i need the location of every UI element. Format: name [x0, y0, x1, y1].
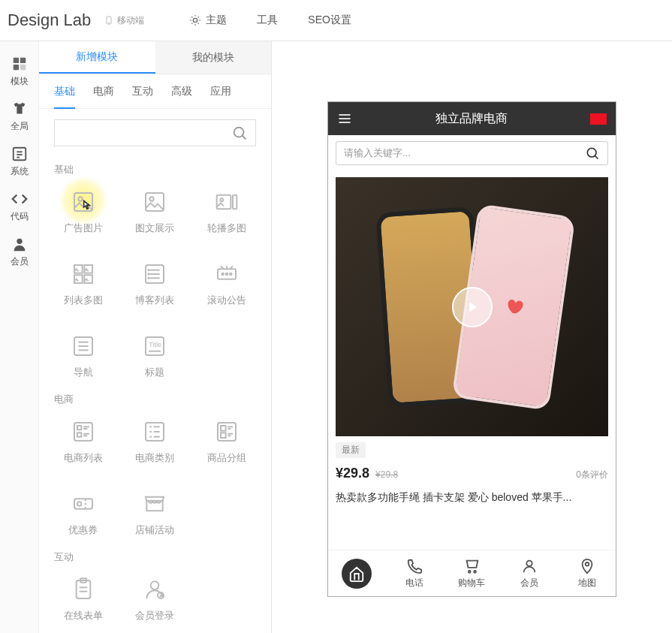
tab-add-module[interactable]: 新增模块 — [39, 41, 155, 74]
rail-system[interactable]: 系统 — [0, 139, 38, 184]
module-nav[interactable]: 导航 — [54, 334, 113, 379]
image-icon — [143, 190, 167, 214]
tab-my-modules[interactable]: 我的模块 — [155, 41, 272, 74]
grid-images-icon — [71, 262, 95, 286]
svg-point-76 — [587, 148, 596, 157]
svg-point-30 — [149, 273, 149, 274]
svg-line-13 — [243, 136, 246, 140]
code-icon — [11, 191, 28, 207]
cat-basic[interactable]: 基础 — [54, 85, 75, 109]
svg-point-29 — [149, 270, 149, 270]
section-ecom: 电商 — [54, 387, 256, 420]
module-blog-list[interactable]: 博客列表 — [126, 262, 185, 307]
product-title: 热卖款多功能手绳 插卡支架 爱心 beloved 苹果手... — [336, 490, 608, 505]
module-title[interactable]: Title 标题 — [126, 334, 185, 379]
module-ecom-list[interactable]: 电商列表 — [54, 420, 113, 465]
site-title: 独立品牌电商 — [352, 111, 590, 127]
svg-rect-3 — [13, 57, 18, 62]
module-ecom-category[interactable]: 电商类别 — [126, 420, 185, 465]
search-input[interactable] — [62, 128, 231, 139]
tabbar-map[interactable]: 地图 — [558, 550, 616, 596]
module-online-form[interactable]: 在线表单 — [54, 577, 113, 622]
svg-point-2 — [194, 18, 197, 22]
cat-app[interactable]: 应用 — [210, 85, 231, 108]
tabbar-cart[interactable]: 购物车 — [443, 550, 501, 596]
svg-rect-5 — [13, 64, 18, 69]
svg-point-34 — [226, 273, 228, 276]
svg-point-31 — [149, 278, 149, 279]
module-coupon[interactable]: 优惠券 — [54, 492, 113, 537]
tabbar-member[interactable]: 会员 — [501, 550, 559, 596]
svg-rect-19 — [233, 195, 237, 209]
search-placeholder: 请输入关键字... — [344, 146, 585, 160]
preview-body: 最新 ¥29.8 ¥29.8 0条评价 热卖款多功能手绳 插卡支架 爱心 bel… — [328, 171, 616, 550]
left-rail: 模块 全局 系统 代码 会员 — [0, 41, 39, 633]
svg-point-71 — [151, 581, 159, 589]
cat-ecom[interactable]: 电商 — [93, 85, 114, 108]
module-carousel[interactable]: 轮播多图 — [197, 190, 256, 235]
nav-icon — [71, 334, 95, 358]
top-nav: 主题 工具 SEO设置 — [174, 0, 366, 41]
rail-global[interactable]: 全局 — [0, 94, 38, 139]
topnav-theme[interactable]: 主题 — [174, 0, 242, 41]
svg-rect-4 — [20, 57, 25, 62]
coupon-icon — [71, 492, 95, 516]
sun-icon — [189, 14, 201, 26]
title-icon: Title — [143, 334, 167, 358]
module-search[interactable] — [54, 119, 256, 146]
module-ad-image[interactable]: 广告图片 — [54, 190, 113, 235]
module-shop-activity[interactable]: 店铺活动 — [126, 492, 185, 537]
module-scroll-notice[interactable]: 滚动公告 — [197, 262, 256, 307]
svg-point-20 — [220, 198, 223, 201]
cursor-icon — [79, 199, 94, 214]
preview-tabbar: 电话 购物车 会员 地图 — [328, 550, 616, 596]
preview-search[interactable]: 请输入关键字... — [336, 141, 608, 165]
play-button[interactable] — [452, 287, 493, 327]
topbar: Design Lab 移动端 主题 工具 SEO设置 — [0, 0, 672, 41]
module-list[interactable]: 基础 广告图片 图文展示 轮播多图 列表多图 — [39, 157, 271, 633]
search-icon — [231, 125, 248, 141]
notice-icon — [215, 262, 239, 286]
module-product-group[interactable]: 商品分组 — [197, 420, 256, 465]
flag-icon[interactable] — [590, 113, 607, 125]
product-image[interactable] — [336, 177, 608, 436]
phone-call-icon — [406, 558, 423, 574]
svg-point-11 — [17, 238, 22, 243]
svg-marker-78 — [469, 302, 477, 312]
map-pin-icon — [579, 558, 595, 574]
svg-point-35 — [230, 273, 232, 276]
svg-rect-32 — [218, 269, 236, 279]
svg-point-17 — [150, 197, 154, 200]
rail-modules[interactable]: 模块 — [0, 49, 38, 94]
module-member-login[interactable]: 会员登录 — [126, 577, 185, 622]
rail-member[interactable]: 会员 — [0, 229, 38, 274]
module-list-images[interactable]: 列表多图 — [54, 262, 113, 307]
svg-text:Title: Title — [149, 341, 161, 348]
form-icon — [71, 577, 95, 601]
login-icon — [143, 577, 167, 601]
svg-point-79 — [469, 570, 471, 572]
tabbar-phone[interactable]: 电话 — [386, 550, 444, 596]
preview-canvas: 独立品牌电商 请输入关键字... — [272, 41, 672, 633]
module-text-image[interactable]: 图文展示 — [126, 190, 185, 235]
svg-point-81 — [526, 560, 532, 565]
menu-icon[interactable] — [337, 111, 352, 126]
svg-rect-44 — [77, 426, 81, 430]
rail-code[interactable]: 代码 — [0, 184, 38, 229]
topnav-seo[interactable]: SEO设置 — [293, 0, 366, 41]
mobile-label: 移动端 — [104, 14, 144, 27]
ecom-list-icon — [71, 420, 95, 444]
cat-advanced[interactable]: 高级 — [171, 85, 192, 108]
svg-rect-6 — [20, 64, 25, 69]
shop-icon — [143, 492, 167, 516]
carousel-icon — [215, 190, 239, 214]
section-interact: 互动 — [54, 544, 256, 577]
product-price: ¥29.8 — [336, 466, 369, 481]
phone-icon — [104, 15, 113, 26]
cart-icon — [463, 558, 480, 574]
svg-point-12 — [234, 128, 244, 137]
tabbar-home[interactable] — [328, 550, 386, 596]
cat-interact[interactable]: 互动 — [132, 85, 153, 108]
topnav-tools[interactable]: 工具 — [242, 0, 293, 41]
new-badge: 最新 — [336, 442, 366, 458]
